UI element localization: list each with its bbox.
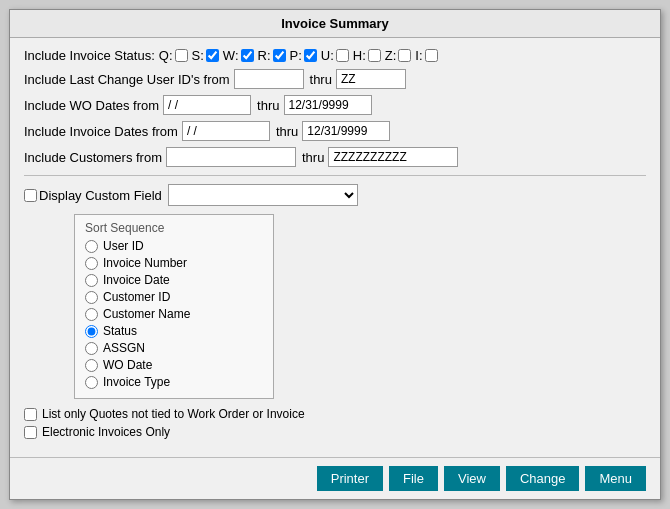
status-p-label: P: bbox=[290, 48, 302, 63]
quotes-label: List only Quotes not tied to Work Order … bbox=[42, 407, 305, 421]
last-change-thru-label: thru bbox=[310, 72, 332, 87]
status-r: R: bbox=[258, 48, 286, 63]
status-h-label: H: bbox=[353, 48, 366, 63]
wo-dates-from-input[interactable] bbox=[163, 95, 251, 115]
menu-button[interactable]: Menu bbox=[585, 466, 646, 491]
change-button[interactable]: Change bbox=[506, 466, 580, 491]
bottom-checks: List only Quotes not tied to Work Order … bbox=[24, 407, 646, 439]
status-z-label: Z: bbox=[385, 48, 397, 63]
status-s-checkbox[interactable] bbox=[206, 49, 219, 62]
sort-userid-radio[interactable] bbox=[85, 240, 98, 253]
quotes-checkbox[interactable] bbox=[24, 408, 37, 421]
status-w-checkbox[interactable] bbox=[241, 49, 254, 62]
sort-option-userid: User ID bbox=[85, 239, 263, 253]
invoice-dates-from-input[interactable] bbox=[182, 121, 270, 141]
invoice-dates-label: Include Invoice Dates from bbox=[24, 124, 178, 139]
printer-button[interactable]: Printer bbox=[317, 466, 383, 491]
electronic-checkbox[interactable] bbox=[24, 426, 37, 439]
invoice-status-row: Include Invoice Status: Q: S: W: R: bbox=[24, 48, 646, 63]
customers-thru-input[interactable] bbox=[328, 147, 458, 167]
quotes-check-row: List only Quotes not tied to Work Order … bbox=[24, 407, 646, 421]
view-button[interactable]: View bbox=[444, 466, 500, 491]
status-i-checkbox[interactable] bbox=[425, 49, 438, 62]
sort-invoicetype-label: Invoice Type bbox=[103, 375, 170, 389]
sort-invoicenumber-radio[interactable] bbox=[85, 257, 98, 270]
customers-from-input[interactable] bbox=[166, 147, 296, 167]
status-s-label: S: bbox=[192, 48, 204, 63]
status-z: Z: bbox=[385, 48, 412, 63]
sort-status-label: Status bbox=[103, 324, 137, 338]
sort-option-customerid: Customer ID bbox=[85, 290, 263, 304]
sort-invoicedate-label: Invoice Date bbox=[103, 273, 170, 287]
last-change-label: Include Last Change User ID's from bbox=[24, 72, 230, 87]
electronic-check-row: Electronic Invoices Only bbox=[24, 425, 646, 439]
divider-1 bbox=[24, 175, 646, 176]
sort-invoicedate-radio[interactable] bbox=[85, 274, 98, 287]
status-q-checkbox[interactable] bbox=[175, 49, 188, 62]
status-u-checkbox[interactable] bbox=[336, 49, 349, 62]
status-h: H: bbox=[353, 48, 381, 63]
sort-customerid-label: Customer ID bbox=[103, 290, 170, 304]
sort-wodate-label: WO Date bbox=[103, 358, 152, 372]
status-r-label: R: bbox=[258, 48, 271, 63]
invoice-dates-thru-input[interactable] bbox=[302, 121, 390, 141]
invoice-status-label: Include Invoice Status: bbox=[24, 48, 155, 63]
status-s: S: bbox=[192, 48, 219, 63]
customers-thru-label: thru bbox=[302, 150, 324, 165]
custom-field-checkbox-item: Display Custom Field bbox=[24, 188, 162, 203]
status-p: P: bbox=[290, 48, 317, 63]
last-change-from-input[interactable] bbox=[234, 69, 304, 89]
invoice-status-checkboxes: Q: S: W: R: P: bbox=[159, 48, 438, 63]
last-change-thru-input[interactable] bbox=[336, 69, 406, 89]
sort-invoicetype-radio[interactable] bbox=[85, 376, 98, 389]
status-u-label: U: bbox=[321, 48, 334, 63]
wo-dates-thru-input[interactable] bbox=[284, 95, 372, 115]
status-q-label: Q: bbox=[159, 48, 173, 63]
status-i: I: bbox=[415, 48, 437, 63]
footer: Printer File View Change Menu bbox=[10, 457, 660, 499]
invoice-dates-row: Include Invoice Dates from thru bbox=[24, 121, 646, 141]
customers-label: Include Customers from bbox=[24, 150, 162, 165]
sort-option-invoicedate: Invoice Date bbox=[85, 273, 263, 287]
sort-invoicenumber-label: Invoice Number bbox=[103, 256, 187, 270]
invoice-dates-thru-label: thru bbox=[276, 124, 298, 139]
sort-status-radio[interactable] bbox=[85, 325, 98, 338]
custom-field-label: Display Custom Field bbox=[39, 188, 162, 203]
status-w: W: bbox=[223, 48, 254, 63]
customers-row: Include Customers from thru bbox=[24, 147, 646, 167]
window-title: Invoice Summary bbox=[281, 16, 389, 31]
status-i-label: I: bbox=[415, 48, 422, 63]
wo-dates-thru-label: thru bbox=[257, 98, 279, 113]
status-p-checkbox[interactable] bbox=[304, 49, 317, 62]
sort-option-invoicenumber: Invoice Number bbox=[85, 256, 263, 270]
custom-field-select[interactable] bbox=[168, 184, 358, 206]
last-change-row: Include Last Change User ID's from thru bbox=[24, 69, 646, 89]
sort-assgn-radio[interactable] bbox=[85, 342, 98, 355]
wo-dates-row: Include WO Dates from thru bbox=[24, 95, 646, 115]
file-button[interactable]: File bbox=[389, 466, 438, 491]
invoice-summary-window: Invoice Summary Include Invoice Status: … bbox=[9, 9, 661, 500]
sort-option-wodate: WO Date bbox=[85, 358, 263, 372]
sort-customerid-radio[interactable] bbox=[85, 291, 98, 304]
status-u: U: bbox=[321, 48, 349, 63]
electronic-label: Electronic Invoices Only bbox=[42, 425, 170, 439]
sort-userid-label: User ID bbox=[103, 239, 144, 253]
status-q: Q: bbox=[159, 48, 188, 63]
sort-assgn-label: ASSGN bbox=[103, 341, 145, 355]
sort-sequence-title: Sort Sequence bbox=[85, 221, 263, 235]
sort-customername-radio[interactable] bbox=[85, 308, 98, 321]
title-bar: Invoice Summary bbox=[10, 10, 660, 38]
sort-option-invoicetype: Invoice Type bbox=[85, 375, 263, 389]
status-h-checkbox[interactable] bbox=[368, 49, 381, 62]
status-z-checkbox[interactable] bbox=[398, 49, 411, 62]
custom-field-checkbox[interactable] bbox=[24, 189, 37, 202]
sort-sequence-box: Sort Sequence User ID Invoice Number Inv… bbox=[74, 214, 274, 399]
sort-option-status: Status bbox=[85, 324, 263, 338]
wo-dates-label: Include WO Dates from bbox=[24, 98, 159, 113]
sort-customername-label: Customer Name bbox=[103, 307, 190, 321]
sort-wodate-radio[interactable] bbox=[85, 359, 98, 372]
status-w-label: W: bbox=[223, 48, 239, 63]
sort-option-customername: Customer Name bbox=[85, 307, 263, 321]
status-r-checkbox[interactable] bbox=[273, 49, 286, 62]
custom-field-row: Display Custom Field bbox=[24, 184, 646, 206]
